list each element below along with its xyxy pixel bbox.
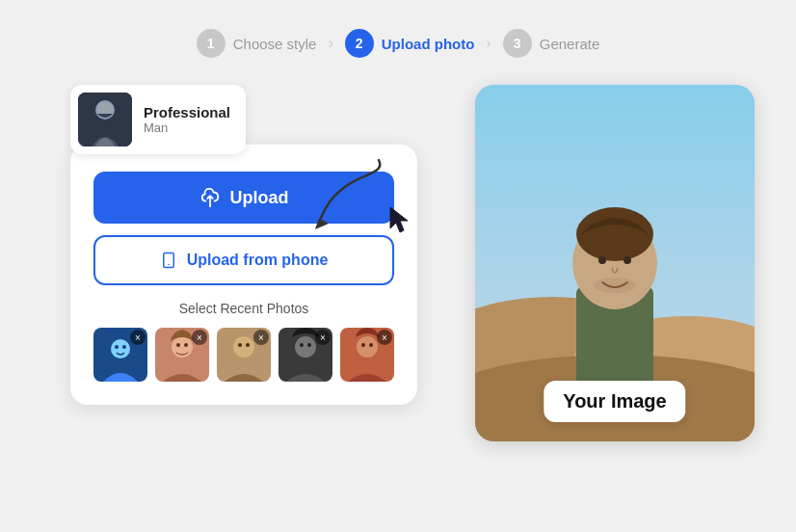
photo-thumb-5[interactable]: ×: [340, 328, 394, 382]
svg-point-7: [111, 339, 130, 359]
style-card-text: Professional Man: [144, 104, 230, 135]
step-1-label: Choose style: [233, 36, 317, 52]
photo-thumb-4[interactable]: ×: [279, 328, 332, 382]
svg-point-5: [168, 264, 170, 266]
svg-point-21: [307, 343, 311, 347]
step-arrow-1: ›: [328, 35, 332, 52]
svg-point-34: [624, 256, 631, 264]
svg-point-23: [357, 336, 378, 358]
your-image-text: Your Image: [563, 390, 666, 412]
upload-from-phone-button[interactable]: Upload from phone: [93, 235, 394, 285]
left-panel: Professional Man Upload: [41, 85, 446, 405]
svg-point-12: [176, 343, 180, 347]
stepper: 1 Choose style › 2 Upload photo › 3 Gene…: [197, 29, 600, 58]
thumb-2-close[interactable]: ×: [192, 330, 207, 345]
svg-point-8: [115, 345, 119, 349]
svg-marker-3: [315, 218, 329, 229]
svg-point-16: [238, 343, 242, 347]
svg-point-20: [300, 343, 304, 347]
svg-point-35: [594, 278, 636, 293]
step-1[interactable]: 1 Choose style: [197, 29, 317, 58]
recent-photos-label: Select Recent Photos: [179, 301, 309, 316]
photo-thumb-2[interactable]: ×: [155, 328, 209, 382]
photo-thumb-3[interactable]: ×: [217, 328, 271, 382]
image-preview: Your Image: [475, 85, 755, 441]
svg-point-15: [233, 336, 254, 358]
upload-cloud-icon: [199, 187, 221, 208]
step-1-circle: 1: [197, 29, 226, 58]
thumb-1-close[interactable]: ×: [130, 330, 146, 345]
right-panel: Your Image: [475, 85, 755, 441]
style-card-image: [78, 93, 132, 146]
thumb-4-close[interactable]: ×: [315, 330, 331, 345]
style-card-title: Professional: [144, 104, 230, 120]
curved-arrow-icon: [311, 150, 388, 237]
style-card-img-inner: [78, 93, 132, 146]
step-2-circle: 2: [345, 29, 374, 58]
step-3[interactable]: 3 Generate: [503, 29, 600, 58]
phone-icon: [160, 251, 177, 270]
step-3-circle: 3: [503, 29, 532, 58]
style-card[interactable]: Professional Man: [70, 85, 246, 154]
step-3-label: Generate: [540, 36, 600, 52]
warrior-icon: [78, 93, 132, 146]
svg-point-25: [369, 343, 373, 347]
step-2[interactable]: 2 Upload photo: [345, 29, 475, 58]
svg-point-32: [576, 207, 653, 261]
step-arrow-2: ›: [486, 35, 491, 52]
your-image-badge: Your Image: [544, 381, 685, 422]
photo-thumb-1[interactable]: ×: [93, 328, 147, 382]
thumb-5-close[interactable]: ×: [377, 330, 392, 345]
svg-point-13: [184, 343, 188, 347]
svg-point-19: [295, 336, 316, 358]
svg-point-17: [246, 343, 250, 347]
thumb-3-close[interactable]: ×: [253, 330, 269, 345]
main-content: Professional Man Upload: [39, 85, 757, 441]
style-card-subtitle: Man: [144, 120, 230, 135]
arrow-curve: [311, 150, 388, 241]
svg-point-33: [598, 256, 606, 264]
svg-point-24: [361, 343, 365, 347]
step-2-label: Upload photo: [382, 36, 475, 52]
recent-photos-grid: × ×: [93, 328, 394, 382]
cursor-pointer-icon: [386, 205, 413, 241]
svg-point-9: [122, 345, 126, 349]
